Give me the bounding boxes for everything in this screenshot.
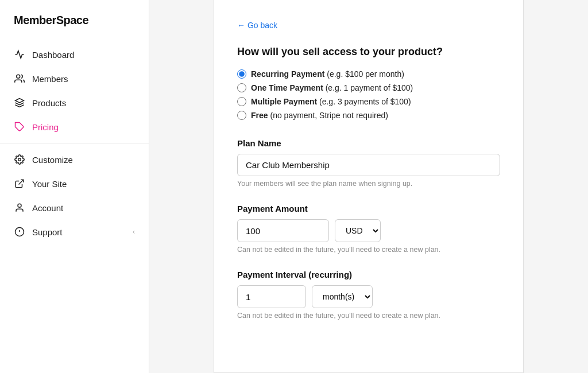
radio-free-input[interactable] (237, 111, 246, 120)
radio-free[interactable]: Free (no payment, Stripe not required) (237, 111, 500, 120)
radio-one-time[interactable]: One Time Payment (e.g. 1 payment of $100… (237, 83, 500, 92)
sidebar-label-products: Products (32, 98, 66, 108)
pricing-icon (14, 121, 25, 133)
payment-amount-label: Payment Amount (237, 204, 500, 213)
your-site-icon (14, 178, 25, 189)
content-panel: ← Go back How will you sell access to yo… (214, 0, 524, 373)
app-logo: MemberSpace (0, 14, 149, 43)
sidebar-label-customize: Customize (32, 155, 73, 165)
radio-free-label: Free (251, 111, 268, 120)
sidebar-item-dashboard[interactable]: Dashboard (0, 43, 149, 66)
payment-interval-label: Payment Interval (recurring) (237, 270, 500, 279)
sidebar-item-support[interactable]: Support ‹ (0, 220, 149, 243)
sidebar-label-members: Members (32, 74, 68, 84)
section-question: How will you sell access to your product… (237, 46, 500, 58)
products-icon (14, 97, 25, 108)
main-content: ← Go back How will you sell access to yo… (149, 0, 588, 373)
members-icon (14, 73, 25, 84)
radio-multiple[interactable]: Multiple Payment (e.g. 3 payments of $10… (237, 97, 500, 106)
radio-one-time-label: One Time Payment (251, 83, 323, 92)
payment-type-group: Recurring Payment (e.g. $100 per month) … (237, 69, 500, 120)
interval-select[interactable]: month(s) week(s) year(s) (312, 285, 373, 308)
plan-name-hint: Your members will see the plan name when… (237, 180, 500, 188)
radio-recurring-desc: (e.g. $100 per month) (327, 69, 404, 79)
payment-interval-section: Payment Interval (recurring) month(s) we… (237, 270, 500, 320)
sidebar-item-your-site[interactable]: Your Site (0, 172, 149, 195)
svg-line-3 (19, 180, 24, 184)
payment-amount-hint: Can not be edited in the future, you'll … (237, 246, 500, 254)
radio-one-time-input[interactable] (237, 83, 246, 92)
radio-recurring-label: Recurring Payment (251, 69, 324, 79)
go-back-link[interactable]: ← Go back (237, 21, 277, 30)
payment-amount-section: Payment Amount USD EUR GBP CAD AUD Can n… (237, 204, 500, 254)
dashboard-icon (14, 49, 25, 60)
radio-multiple-desc: (e.g. 3 payments of $100) (319, 97, 411, 106)
sidebar-item-products[interactable]: Products (0, 91, 149, 114)
plan-name-label: Plan Name (237, 138, 500, 148)
plan-name-section: Plan Name Your members will see the plan… (237, 138, 500, 188)
customize-icon (14, 154, 25, 165)
sidebar-label-pricing: Pricing (32, 122, 59, 132)
radio-recurring[interactable]: Recurring Payment (e.g. $100 per month) (237, 69, 500, 79)
plan-name-input[interactable] (237, 154, 500, 176)
sidebar-label-account: Account (32, 203, 63, 213)
sidebar-label-your-site: Your Site (32, 179, 67, 189)
payment-interval-fields: month(s) week(s) year(s) (237, 285, 500, 308)
currency-select[interactable]: USD EUR GBP CAD AUD (335, 219, 381, 242)
svg-point-4 (18, 204, 21, 207)
account-icon (14, 202, 25, 213)
sidebar-item-members[interactable]: Members (0, 67, 149, 90)
radio-recurring-input[interactable] (237, 69, 246, 79)
sidebar-label-support: Support (32, 227, 63, 237)
payment-interval-hint: Can not be edited in the future, you'll … (237, 312, 500, 320)
collapse-chevron: ‹ (133, 228, 135, 236)
radio-free-desc: (no payment, Stripe not required) (270, 111, 388, 120)
sidebar-item-customize[interactable]: Customize (0, 148, 149, 171)
interval-input[interactable] (237, 285, 306, 308)
sidebar-item-pricing[interactable]: Pricing (0, 115, 149, 138)
sidebar: MemberSpace Dashboard Members Products P… (0, 0, 149, 373)
sidebar-item-account[interactable]: Account (0, 196, 149, 219)
support-icon (14, 226, 25, 238)
svg-point-2 (18, 158, 21, 161)
amount-input[interactable] (237, 219, 329, 242)
logo-text: MemberSpace (14, 14, 88, 27)
svg-point-0 (17, 75, 20, 78)
payment-amount-fields: USD EUR GBP CAD AUD (237, 219, 500, 242)
radio-multiple-input[interactable] (237, 97, 246, 106)
sidebar-label-dashboard: Dashboard (32, 50, 74, 60)
radio-one-time-desc: (e.g. 1 payment of $100) (326, 83, 413, 92)
sidebar-nav: Dashboard Members Products Pricing Cu (0, 43, 149, 373)
radio-multiple-label: Multiple Payment (251, 97, 317, 106)
